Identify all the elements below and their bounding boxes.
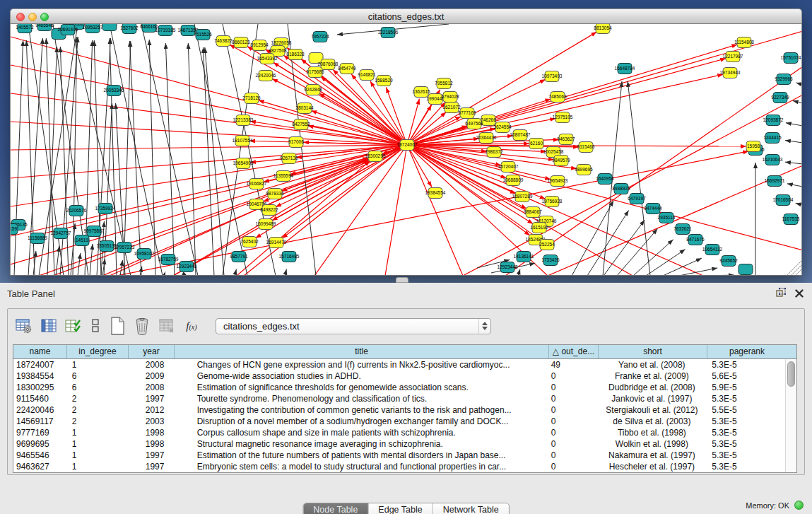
graph-node-label: 1405572 [16,25,34,30]
graph-edge [235,269,236,276]
cell-year: 2008 [129,359,175,370]
graph-node-label: 16210643 [763,157,783,162]
graph-node-label: 12217987 [723,54,743,59]
column-header-year[interactable]: year [129,345,175,358]
graph-node-label: 90975887 [84,228,105,233]
table-header-row[interactable]: namein_degreeyeartitle△ out_de...shortpa… [13,345,796,359]
column-header-short[interactable]: short [599,345,707,358]
column-select-icon[interactable] [38,316,59,336]
graph-node-label: 1733426 [541,257,560,262]
table-row[interactable]: 1830029562008Estimation of significance … [13,382,785,393]
delete-icon[interactable] [131,316,153,336]
graph-node-label: 20206576 [66,208,87,213]
graph-node-label: 1244415 [763,135,782,140]
table-panel-header: Table Panel [0,283,812,304]
cell-pagerank: 5.3E-5 [706,427,785,438]
citation-graph[interactable]: 1405572946554694636272069140610953257152… [11,24,802,276]
table-row[interactable]: 1938455462009Genome-wide association stu… [13,370,785,382]
tab-network-table[interactable]: Network Table [433,503,509,514]
graph-node-label: 6479197 [628,196,646,201]
tab-edge-table[interactable]: Edge Table [368,503,433,514]
column-header-title[interactable]: title [175,345,549,358]
graph-node-label: 16807289 [512,194,533,199]
tab-node-table[interactable]: Node Table [303,503,368,514]
float-panel-icon[interactable] [776,288,787,300]
graph-edge [787,184,802,187]
scrollbar-thumb[interactable] [787,361,795,387]
cell-short: Dudbridge et al. (2008) [598,382,707,393]
close-icon[interactable] [795,288,804,300]
cell-out_de: 0 [548,427,598,438]
resize-grip-icon[interactable] [791,265,801,276]
graph-node-label: 18724007 [397,142,418,147]
table-row[interactable]: 946362711997Embryonic stem cells: a mode… [13,461,785,472]
graph-edge [793,100,802,103]
cell-pagerank: 5.3E-5 [706,450,785,461]
cell-pagerank: 5.5E-5 [706,404,785,416]
graph-edge [110,24,163,276]
cell-in_degree: 1 [67,450,129,461]
graph-node-label: 8186328 [286,52,305,57]
cell-year: 2003 [129,416,175,427]
graph-node-label: 12923448 [177,264,197,269]
table-row[interactable]: 969969511998Structural magnetic resonanc… [13,438,785,450]
graph-node-label: 12975105 [553,115,573,119]
column-header-name[interactable]: name [13,345,67,358]
cell-name: 9463627 [13,461,67,472]
column-header-out_de[interactable]: △ out_de... [549,345,599,358]
graph-edge [188,43,196,276]
cell-out_de: 0 [548,416,598,427]
graph-node-label: 14136141 [514,254,534,259]
network-window[interactable]: citations_edges.txt 14055729465546946362… [10,8,802,276]
graph-node-label: 9899695 [575,167,593,172]
graph-edge [129,41,141,276]
memory-status-label: Memory: OK [746,501,789,510]
graph-edge [407,145,802,250]
table-row[interactable]: 1456911722003Disruption of a novel membe… [13,416,785,427]
graph-edge [679,268,717,276]
splitter-handle[interactable] [396,277,408,283]
graph-node-label: 11156869 [28,235,47,240]
graph-node-label: 2803144 [295,105,314,110]
cell-in_degree: 1 [67,461,129,472]
new-table-icon[interactable] [107,316,128,336]
table-settings-icon[interactable] [13,316,35,336]
cell-title: Genome-wide association studies in ADHD. [175,370,548,382]
cell-name: 9777169 [13,427,67,438]
cell-in_degree: 1 [67,438,129,450]
graph-node-label: 15720407 [498,164,519,169]
dropdown-stepper-icon[interactable] [478,319,490,334]
cell-out_de: 0 [548,450,598,461]
row-select-icon[interactable] [63,316,84,336]
rows-icon[interactable] [88,316,103,336]
graph-node-label: 9463627 [557,136,575,141]
graph-node-label: 12218596 [378,30,399,35]
table-selector-dropdown[interactable]: citations_edges.txt [216,318,491,334]
cell-pagerank: 5.3E-5 [706,416,785,427]
cell-out_de: 49 [548,359,598,370]
import-table-icon[interactable] [156,316,177,336]
column-header-in_degree[interactable]: in_degree [67,345,129,358]
table-row[interactable]: 2242004622012Investigating the contribut… [13,404,785,416]
graph-node-label: 16543392 [257,56,278,61]
graph-node[interactable] [102,24,117,31]
table-row[interactable]: 911546021997Tourette syndrome. Phenomeno… [13,393,785,404]
graph-node[interactable] [739,264,753,275]
graph-node-label: 17359924 [95,206,116,211]
function-builder-icon[interactable]: f(x) [181,316,202,336]
graph-node-label: 12213383 [233,117,254,122]
graph-edge [518,269,520,276]
graph-node-label: 19756928 [542,199,563,204]
table-row[interactable]: 1872400712008Changes of HCN gene express… [13,359,785,370]
network-canvas[interactable]: 1405572946554694636272069140610953257152… [10,24,802,276]
column-header-pagerank[interactable]: pagerank [707,345,787,358]
network-window-titlebar[interactable]: citations_edges.txt [10,8,802,24]
table-row[interactable]: 977716911998Corpus callosum shape and si… [13,427,785,438]
graph-edge [796,203,802,205]
table-row[interactable]: 946554611997Estimation of the future num… [13,450,785,461]
cell-in_degree: 2 [67,393,129,404]
resize-grip-icon[interactable] [787,261,801,276]
graph-edge [628,81,650,276]
cell-short: Yano et al. (2008) [598,359,707,370]
vertical-scrollbar[interactable] [785,359,796,472]
